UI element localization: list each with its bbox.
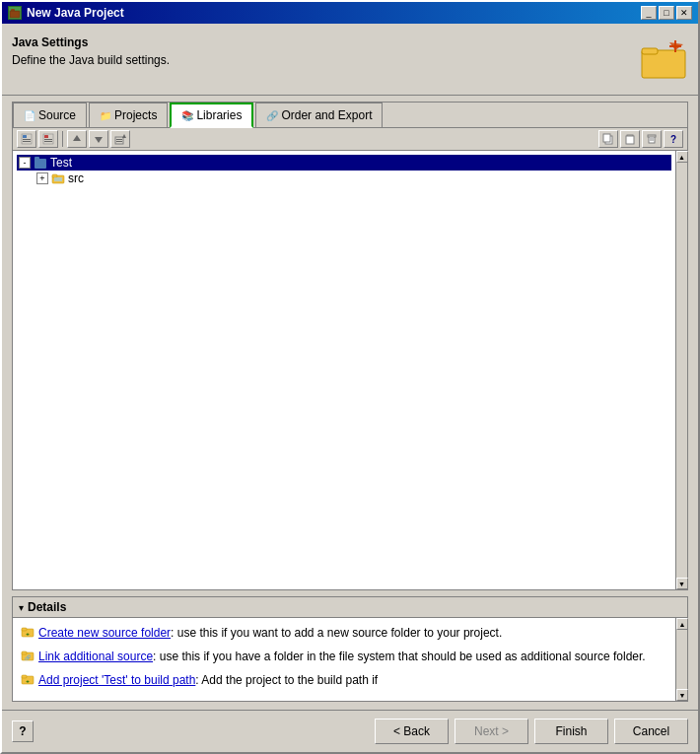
- svg-text:+: +: [26, 631, 30, 637]
- add-to-build-path-link[interactable]: Add project 'Test' to build path: [38, 673, 195, 687]
- svg-marker-16: [95, 137, 103, 143]
- svg-rect-8: [23, 135, 27, 138]
- tab-projects[interactable]: 📁 Projects: [89, 103, 168, 127]
- minimize-button[interactable]: _: [641, 6, 657, 20]
- source-tab-icon: 📄: [24, 110, 35, 121]
- tab-libraries[interactable]: 📚 Libraries: [170, 103, 253, 128]
- scroll-up-arrow[interactable]: ▲: [676, 151, 688, 163]
- toolbar-remove-btn[interactable]: [38, 130, 58, 148]
- svg-text:🔗: 🔗: [25, 654, 32, 661]
- title-bar: New Java Project _ □ ✕: [2, 2, 698, 24]
- window-icon: [8, 6, 22, 20]
- main-window: New Java Project _ □ ✕ Java Settings Def…: [0, 0, 700, 754]
- source-tab-label: Source: [38, 108, 76, 122]
- toolbar-delete-btn[interactable]: [642, 130, 662, 148]
- toolbar-down-btn[interactable]: [89, 130, 108, 148]
- svg-text:+: +: [26, 678, 30, 684]
- scroll-down-arrow[interactable]: ▼: [676, 578, 688, 589]
- details-text-1: : use this if you want to add a new sour…: [171, 626, 502, 640]
- details-scroll-content: + Create new source folder: use this if …: [13, 618, 675, 701]
- toolbar-up-btn[interactable]: [67, 130, 87, 148]
- svg-rect-17: [115, 137, 123, 144]
- svg-rect-24: [626, 136, 634, 144]
- source-folder-icon: [51, 171, 65, 185]
- toolbar-dropdown-btn[interactable]: [110, 130, 130, 148]
- projects-tab-icon: 📁: [100, 110, 111, 121]
- toolbar-sep1: [62, 131, 63, 147]
- create-source-folder-link[interactable]: Create new source folder: [38, 626, 171, 640]
- tree-scrollbar: ▲ ▼: [675, 151, 687, 589]
- tabs-row: 📄 Source 📁 Projects 📚 Libraries 🔗 Order …: [13, 103, 687, 128]
- libraries-tab-icon: 📚: [181, 110, 193, 121]
- svg-rect-20: [116, 141, 122, 142]
- details-scroll-down[interactable]: ▼: [676, 689, 688, 701]
- content-area: Java Settings Define the Java build sett…: [2, 24, 698, 710]
- tree-content: - Test +: [13, 151, 675, 589]
- toolbar-paste-btn[interactable]: [620, 130, 640, 148]
- header-divider: [2, 95, 698, 96]
- tree-label-src: src: [68, 171, 84, 185]
- title-bar-left: New Java Project: [8, 6, 124, 20]
- page-subtitle: Java Settings: [12, 35, 639, 49]
- details-content: + Create new source folder: use this if …: [13, 618, 675, 701]
- tab-order-export[interactable]: 🔗 Order and Export: [255, 103, 383, 127]
- details-title: Details: [28, 600, 66, 614]
- header-icon: [639, 35, 688, 85]
- cancel-button[interactable]: Cancel: [614, 719, 688, 744]
- svg-rect-12: [44, 135, 48, 138]
- finish-button[interactable]: Finish: [534, 719, 608, 744]
- header-left: Java Settings Define the Java build sett…: [12, 35, 639, 67]
- link-source-icon: 🔗: [21, 649, 35, 662]
- link-additional-source-link[interactable]: Link additional source: [38, 650, 153, 663]
- details-item-text-2: Link additional source: use this if you …: [38, 648, 667, 665]
- project-icon: [34, 156, 47, 170]
- svg-rect-26: [648, 135, 656, 137]
- create-folder-icon: +: [21, 625, 35, 639]
- tree-item-src[interactable]: + src: [17, 171, 671, 186]
- svg-rect-19: [116, 139, 122, 140]
- tree-section: - Test +: [13, 151, 687, 589]
- bottom-right: < Back Next > Finish Cancel: [375, 719, 688, 744]
- tree-label-test: Test: [50, 156, 72, 170]
- libraries-tab-label: Libraries: [196, 108, 242, 122]
- details-scroll-up[interactable]: ▲: [676, 618, 688, 630]
- back-button[interactable]: < Back: [375, 719, 449, 744]
- details-item-text-1: Create new source folder: use this if yo…: [38, 624, 667, 642]
- svg-rect-30: [35, 157, 39, 161]
- order-tab-label: Order and Export: [281, 108, 372, 122]
- header-section: Java Settings Define the Java build sett…: [12, 32, 688, 89]
- details-scroll-area: + Create new source folder: use this if …: [13, 618, 687, 701]
- svg-marker-15: [73, 135, 81, 141]
- toolbar-copy-btn[interactable]: [598, 130, 618, 148]
- tree-area[interactable]: - Test +: [13, 151, 675, 348]
- bottom-bar: ? < Back Next > Finish Cancel: [2, 710, 698, 752]
- add-to-build-path-icon: +: [21, 672, 35, 686]
- tree-expand-src[interactable]: +: [36, 172, 48, 184]
- toolbar-right: ?: [598, 130, 683, 148]
- details-header[interactable]: ▾ Details: [13, 597, 687, 618]
- details-scrollbar: ▲ ▼: [675, 618, 687, 701]
- order-tab-icon: 🔗: [266, 110, 278, 121]
- toolbar-help-btn[interactable]: ?: [664, 130, 683, 148]
- details-item-3: + Add project 'Test' to build path: Add …: [21, 671, 667, 689]
- details-item-text-3: Add project 'Test' to build path: Add th…: [38, 671, 667, 689]
- window-title: New Java Project: [27, 6, 124, 20]
- svg-rect-13: [44, 139, 52, 140]
- bottom-left: ?: [12, 720, 34, 742]
- svg-marker-18: [122, 134, 126, 138]
- details-text-3: : Add the project to the build path if: [195, 673, 378, 687]
- toolbar-add-btn[interactable]: [17, 130, 36, 148]
- details-item-2: 🔗 Link additional source: use this if yo…: [21, 648, 667, 665]
- details-arrow-icon: ▾: [19, 602, 24, 613]
- tab-source[interactable]: 📄 Source: [13, 103, 87, 127]
- close-button[interactable]: ✕: [676, 6, 692, 20]
- toolbar-row: ?: [13, 128, 687, 151]
- toolbar-left: [17, 130, 130, 148]
- next-button[interactable]: Next >: [455, 719, 528, 744]
- svg-rect-33: [54, 177, 62, 181]
- tree-item-test[interactable]: - Test: [17, 155, 671, 171]
- maximize-button[interactable]: □: [659, 6, 674, 20]
- tree-expand-test[interactable]: -: [19, 157, 31, 169]
- details-text-2: : use this if you have a folder in the f…: [153, 650, 646, 663]
- help-button[interactable]: ?: [12, 720, 34, 742]
